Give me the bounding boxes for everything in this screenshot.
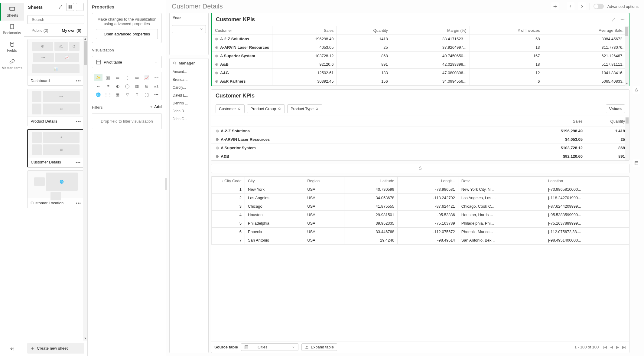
- sheet-card-customer-details[interactable]: ✦ ▦ Customer Details•••: [27, 129, 84, 167]
- chip-customer[interactable]: Customer: [216, 104, 245, 113]
- expand-table-button[interactable]: Expand table: [301, 343, 337, 351]
- rail-master-items[interactable]: Master items: [0, 56, 24, 73]
- manager-item[interactable]: Amand...: [170, 68, 208, 76]
- viz-table[interactable]: ▦: [133, 82, 141, 90]
- rail-sheets[interactable]: Sheets: [0, 3, 24, 21]
- table-row[interactable]: ⊕A&G12502.6113347.0800896...121041.88416…: [212, 69, 629, 77]
- card-menu-button[interactable]: •••: [76, 78, 81, 83]
- rail-bookmarks[interactable]: Bookmarks: [0, 21, 24, 38]
- rail-fields[interactable]: Fields: [0, 38, 24, 56]
- expand-row-icon[interactable]: ⊕: [215, 54, 218, 58]
- add-filter-button[interactable]: Add: [149, 104, 162, 109]
- table-side-button[interactable]: [633, 159, 640, 167]
- manager-item[interactable]: Brenda ...: [170, 76, 208, 84]
- sheet-scrollbar[interactable]: ▲▼: [83, 37, 87, 341]
- prev-page-button[interactable]: ◀: [610, 345, 613, 349]
- expand-icon-button[interactable]: [57, 3, 64, 11]
- source-table-select[interactable]: Cities: [241, 343, 298, 351]
- filter-drop-zone[interactable]: Drop field to filter visualization: [92, 113, 162, 129]
- table-row[interactable]: 5PhiladelphiaUSA39.952335-75.163789Phila…: [212, 219, 629, 228]
- table-row[interactable]: ⊕A-2-Z Solutions196298.49141838.4171523.…: [212, 35, 629, 43]
- chip-product-group[interactable]: Product Group: [247, 104, 285, 113]
- viz-mekko[interactable]: ▯▯: [142, 91, 151, 98]
- pivot-row[interactable]: ⊕A-2-Z Solutions$196,298.491,418: [211, 127, 629, 135]
- tab-public[interactable]: Public (0): [24, 25, 56, 36]
- viz-bar[interactable]: ▯▯: [104, 74, 112, 81]
- manager-list[interactable]: Amand...Brenda ...Caroly...David L...Den…: [170, 68, 208, 123]
- lock-side-button[interactable]: [633, 86, 640, 94]
- viz-line[interactable]: 📈: [142, 74, 151, 81]
- data-grid[interactable]: ↑↓ City Code City Region Latitude Longit…: [211, 176, 629, 353]
- open-advanced-button[interactable]: Open advanced properties: [96, 29, 158, 39]
- more-button[interactable]: •••: [619, 16, 626, 24]
- viz-kpi[interactable]: #1: [152, 82, 161, 90]
- sheet-card-dashboard[interactable]: ◐ #1 ◔ ▪▪▪ 📈 📊 Dashboard•••: [27, 39, 84, 86]
- resize-handle[interactable]: [165, 178, 167, 190]
- card-menu-button[interactable]: •••: [76, 119, 81, 124]
- kpi-pivot[interactable]: Customer KPIs Customer Product Group Pro…: [211, 89, 629, 161]
- card-menu-button[interactable]: •••: [76, 201, 81, 205]
- table-row[interactable]: 1New YorkUSA40.730599-73.986581New York …: [212, 185, 629, 194]
- expand-row-icon[interactable]: ⊕: [216, 137, 219, 142]
- expand-row-icon[interactable]: ⊕: [215, 79, 218, 84]
- expand-row-icon[interactable]: ⊕: [216, 154, 219, 159]
- create-sheet-button[interactable]: Create new sheet: [27, 343, 84, 354]
- card-menu-button[interactable]: •••: [76, 160, 81, 164]
- viz-barh[interactable]: ▭: [113, 74, 122, 81]
- expand-row-icon[interactable]: ⊕: [216, 146, 219, 150]
- viz-tree[interactable]: ▦: [113, 91, 122, 98]
- expand-row-icon[interactable]: ⊕: [215, 62, 218, 67]
- manager-item[interactable]: Dennis ...: [170, 99, 208, 107]
- first-page-button[interactable]: |◀: [603, 345, 607, 349]
- table-scrollbar[interactable]: ▼: [625, 26, 629, 86]
- expand-row-icon[interactable]: ⊕: [215, 37, 218, 41]
- year-filter[interactable]: Year: [169, 13, 209, 55]
- tab-myown[interactable]: My own (6): [56, 25, 88, 36]
- viz-scatter[interactable]: ⋮⋮: [104, 91, 112, 98]
- chip-product-type[interactable]: Product Type: [287, 104, 322, 113]
- viz-area[interactable]: 〰: [152, 74, 161, 81]
- search-input[interactable]: [27, 15, 84, 24]
- kpi-table-selected[interactable]: ••• Customer KPIs Customer Sales Quantit…: [211, 13, 629, 86]
- table-row[interactable]: ⊕A Superior System103728.1286840.7450650…: [212, 52, 629, 60]
- viz-auto[interactable]: ✨: [94, 74, 102, 81]
- manager-item[interactable]: David L...: [170, 91, 208, 99]
- chip-values[interactable]: Values: [606, 104, 625, 113]
- next-sheet-button[interactable]: [578, 2, 586, 10]
- grid-view-button[interactable]: [66, 3, 74, 11]
- table-row[interactable]: 3ChicagoUSA41.875555-87.624421Chicago, C…: [212, 202, 629, 211]
- add-button[interactable]: [551, 2, 559, 10]
- table-row[interactable]: ⊕A&R Partners30392.4515634.0994556...650…: [212, 77, 629, 86]
- viz-pivot[interactable]: ⊞: [142, 82, 151, 90]
- last-page-button[interactable]: ▶|: [622, 345, 626, 349]
- viz-funnel[interactable]: ▽: [123, 91, 132, 98]
- next-page-button[interactable]: ▶: [616, 345, 619, 349]
- manager-item[interactable]: John D...: [170, 107, 208, 115]
- viz-type-select[interactable]: Pivot table: [92, 56, 162, 68]
- pivot-row[interactable]: ⊕A&B$92,120.60891: [211, 152, 629, 160]
- viz-box[interactable]: ▯: [123, 74, 132, 81]
- table-row[interactable]: 2Los AngelesUSA34.053678-118.242702Los A…: [212, 194, 629, 202]
- expand-row-icon[interactable]: ⊕: [215, 45, 218, 50]
- viz-bullet[interactable]: ▭: [133, 74, 141, 81]
- pivot-scrollbar[interactable]: [625, 117, 629, 160]
- viz-waterfall[interactable]: ≋: [104, 82, 112, 90]
- pivot-row[interactable]: ⊕A-ARVIN Laser Resources$4,053.0525: [211, 135, 629, 143]
- prev-sheet-button[interactable]: [567, 2, 574, 10]
- table-row[interactable]: 7San AntonioUSA29.4246-98.49514San Anton…: [212, 236, 629, 245]
- manager-filter[interactable]: Manager Amand...Brenda ...Caroly...David…: [169, 58, 209, 353]
- lock-bar[interactable]: [211, 164, 629, 173]
- fullscreen-button[interactable]: [610, 16, 617, 24]
- sheet-list[interactable]: ◐ #1 ◔ ▪▪▪ 📈 📊 Dashboard••• ▪▪▪ ⊞ Produc…: [24, 37, 87, 341]
- collapse-rail-button[interactable]: [5, 341, 19, 356]
- sheet-card-location[interactable]: 🌐 Customer Location•••: [27, 170, 84, 208]
- table-row[interactable]: 4HoustonUSA29.981501-95.53836Houston, Ha…: [212, 211, 629, 219]
- table-row[interactable]: 6PhoenixUSA33.446768-112.075672Phoenix, …: [212, 228, 629, 236]
- expand-row-icon[interactable]: ⊕: [216, 129, 219, 133]
- sheet-title[interactable]: Customer Details: [172, 2, 548, 10]
- viz-map[interactable]: 🌐: [94, 91, 102, 98]
- list-view-button[interactable]: [76, 3, 84, 11]
- table-row[interactable]: ⊕A&B92120.689142.0293398...185117.81111.…: [212, 60, 629, 69]
- viz-pie[interactable]: ◐: [113, 82, 122, 90]
- viz-more[interactable]: •••: [152, 91, 161, 98]
